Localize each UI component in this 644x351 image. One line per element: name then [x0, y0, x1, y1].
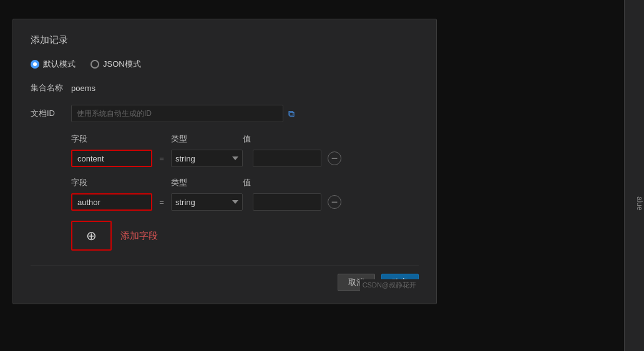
field-name-input-1[interactable] — [71, 150, 152, 167]
value-col-header-2: 值 — [243, 177, 311, 188]
field-value-input-1[interactable] — [253, 150, 321, 167]
docid-input[interactable] — [71, 105, 283, 122]
docid-label: 文档ID — [31, 108, 71, 119]
add-field-label[interactable]: 添加字段 — [120, 230, 158, 242]
type-col-header: 类型 — [171, 133, 243, 145]
fields-container: 字段 类型 值 = string number boolean object a… — [31, 133, 419, 251]
field-col-header-2: 字段 — [71, 177, 152, 188]
mode-row: 默认模式 JSON模式 — [31, 59, 419, 70]
type-col-header-2: 类型 — [171, 177, 243, 188]
value-col-header: 值 — [243, 133, 311, 145]
default-mode-label: 默认模式 — [43, 59, 76, 70]
dialog-footer: 取消 确定 CSDN@叔静花开 — [31, 266, 419, 291]
external-link-icon[interactable]: ⧉ — [288, 108, 295, 119]
json-mode-radio[interactable] — [90, 60, 99, 69]
docid-row: 文档ID ⧉ — [31, 105, 419, 122]
field-headers-2: 字段 类型 值 — [31, 177, 419, 188]
field-type-select-2[interactable]: string number boolean object array — [171, 193, 243, 211]
add-record-dialog: 添加记录 默认模式 JSON模式 集合名称 poems 文档ID ⧉ 字段 类型… — [12, 19, 437, 304]
field-name-input-2[interactable] — [71, 193, 152, 211]
field-row-2: = string number boolean object array − — [31, 193, 419, 211]
eq-1: = — [152, 154, 171, 163]
collection-row: 集合名称 poems — [31, 82, 419, 94]
field-value-input-2[interactable] — [253, 193, 321, 211]
eq-2: = — [152, 198, 171, 207]
collection-value: poems — [71, 84, 95, 93]
add-field-button[interactable]: ⊕ — [71, 221, 112, 251]
add-field-row: ⊕ 添加字段 — [31, 221, 419, 251]
remove-field-btn-1[interactable]: − — [328, 151, 341, 165]
field-col-header: 字段 — [71, 133, 152, 145]
right-panel: alue — [624, 0, 644, 351]
dialog-title: 添加记录 — [31, 34, 419, 46]
json-mode-label: JSON模式 — [103, 59, 141, 70]
watermark: CSDN@叔静花开 — [360, 279, 419, 291]
collection-label: 集合名称 — [31, 82, 71, 94]
field-row-1: = string number boolean object array − — [31, 150, 419, 167]
add-field-plus-icon: ⊕ — [86, 228, 97, 243]
default-mode-radio[interactable] — [31, 60, 39, 69]
field-headers-1: 字段 类型 值 — [31, 133, 419, 145]
field-type-select-1[interactable]: string number boolean object array — [171, 150, 243, 167]
json-mode-option[interactable]: JSON模式 — [90, 59, 141, 70]
default-mode-option[interactable]: 默认模式 — [31, 59, 76, 70]
remove-field-btn-2[interactable]: − — [328, 195, 341, 209]
right-panel-text: alue — [635, 196, 644, 211]
